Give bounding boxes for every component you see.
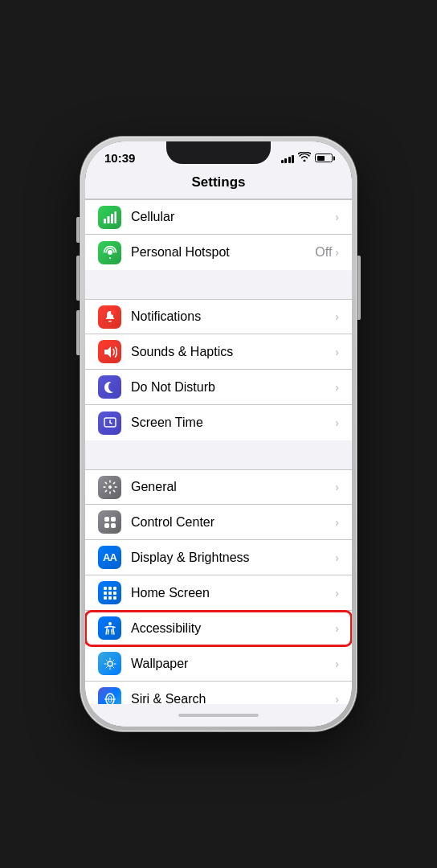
- control-center-chevron: ›: [335, 516, 339, 529]
- svg-point-25: [108, 661, 112, 666]
- display-icon: AA: [98, 546, 121, 569]
- svg-rect-18: [104, 592, 107, 595]
- siri-item[interactable]: Siri & Search ›: [85, 682, 352, 704]
- svg-rect-17: [113, 587, 116, 590]
- svg-rect-16: [108, 587, 112, 590]
- wallpaper-label: Wallpaper: [131, 657, 335, 671]
- screentime-item[interactable]: Screen Time ›: [85, 405, 352, 440]
- nav-bar: Settings: [85, 168, 352, 199]
- accessibility-label: Accessibility: [131, 621, 335, 636]
- connectivity-list: Cellular ›: [85, 199, 352, 270]
- control-center-item[interactable]: Control Center ›: [85, 505, 352, 540]
- svg-rect-12: [111, 517, 116, 522]
- svg-rect-11: [104, 517, 109, 522]
- general-list: General ›: [85, 469, 352, 704]
- homescreen-chevron: ›: [335, 587, 339, 600]
- siri-chevron: ›: [335, 693, 339, 705]
- svg-rect-14: [111, 523, 116, 528]
- section-general: General ›: [85, 469, 352, 704]
- status-time: 10:39: [104, 151, 135, 165]
- notifications-item[interactable]: Notifications ›: [85, 299, 352, 334]
- svg-point-5: [109, 257, 111, 259]
- battery-fill: [317, 156, 325, 161]
- hotspot-chevron: ›: [335, 246, 339, 259]
- display-chevron: ›: [335, 551, 339, 564]
- homescreen-item[interactable]: Home Screen ›: [85, 575, 352, 611]
- svg-rect-22: [108, 596, 112, 600]
- section-notifications: Notifications › Sounds &: [85, 299, 352, 440]
- hotspot-label: Personal Hotspot: [131, 245, 315, 260]
- sounds-label: Sounds & Haptics: [131, 345, 335, 359]
- dnd-chevron: ›: [335, 381, 339, 394]
- wallpaper-item[interactable]: Wallpaper ›: [85, 646, 352, 682]
- screentime-icon: [98, 411, 121, 435]
- svg-rect-0: [104, 219, 106, 223]
- mute-button: [76, 217, 80, 243]
- dnd-item[interactable]: Do Not Disturb ›: [85, 370, 352, 405]
- svg-rect-19: [108, 592, 112, 595]
- hotspot-icon: [98, 241, 121, 264]
- general-chevron: ›: [335, 481, 339, 493]
- battery-icon: [315, 154, 333, 162]
- svg-rect-2: [111, 214, 113, 223]
- settings-list[interactable]: Cellular ›: [85, 199, 352, 704]
- wallpaper-icon: [98, 652, 121, 675]
- svg-point-4: [108, 250, 112, 255]
- svg-rect-23: [113, 596, 116, 600]
- gap-2: [85, 440, 352, 469]
- cellular-chevron: ›: [335, 211, 339, 223]
- accessibility-icon: [98, 616, 121, 640]
- hotspot-value: Off: [315, 245, 332, 260]
- home-bar: [178, 714, 259, 717]
- cellular-label: Cellular: [131, 210, 335, 224]
- cellular-icon: [98, 206, 121, 229]
- siri-label: Siri & Search: [131, 692, 335, 705]
- svg-rect-20: [113, 592, 116, 595]
- svg-rect-3: [114, 211, 116, 223]
- wifi-icon: [298, 152, 311, 164]
- page-title: Settings: [191, 174, 245, 190]
- homescreen-icon: [98, 581, 121, 604]
- notch: [166, 141, 271, 164]
- svg-rect-6: [108, 321, 112, 322]
- notifications-list: Notifications › Sounds &: [85, 299, 352, 440]
- svg-point-7: [111, 310, 116, 315]
- sounds-chevron: ›: [335, 346, 339, 358]
- accessibility-item[interactable]: Accessibility ›: [85, 611, 352, 646]
- notifications-icon: [98, 305, 121, 329]
- notifications-chevron: ›: [335, 310, 339, 323]
- control-center-label: Control Center: [131, 515, 335, 530]
- display-item[interactable]: AA Display & Brightness ›: [85, 540, 352, 575]
- control-center-icon: [98, 510, 121, 534]
- sounds-item[interactable]: Sounds & Haptics ›: [85, 334, 352, 370]
- home-indicator: [85, 704, 352, 727]
- svg-point-24: [108, 622, 112, 625]
- power-button: [357, 256, 361, 320]
- screen: 10:39: [85, 141, 352, 727]
- dnd-icon: [98, 375, 121, 399]
- svg-point-10: [108, 485, 112, 489]
- general-label: General: [131, 480, 335, 494]
- homescreen-label: Home Screen: [131, 586, 335, 600]
- signal-icon: [281, 154, 295, 163]
- svg-rect-13: [104, 523, 109, 528]
- screentime-chevron: ›: [335, 416, 339, 429]
- general-icon: [98, 476, 121, 499]
- cellular-item[interactable]: Cellular ›: [85, 199, 352, 235]
- sounds-icon: [98, 340, 121, 363]
- notifications-label: Notifications: [131, 309, 335, 324]
- siri-icon: [98, 687, 121, 704]
- wallpaper-chevron: ›: [335, 657, 339, 670]
- screentime-label: Screen Time: [131, 416, 335, 430]
- volume-down-button: [76, 310, 80, 355]
- status-icons: [281, 152, 333, 164]
- svg-rect-15: [104, 587, 107, 590]
- hotspot-item[interactable]: Personal Hotspot Off ›: [85, 235, 352, 270]
- volume-up-button: [76, 256, 80, 301]
- gap-1: [85, 270, 352, 299]
- accessibility-chevron: ›: [335, 622, 339, 635]
- phone-frame: 10:39: [80, 137, 357, 731]
- general-item[interactable]: General ›: [85, 469, 352, 505]
- phone-inner: 10:39: [85, 141, 352, 727]
- display-label: Display & Brightness: [131, 551, 335, 565]
